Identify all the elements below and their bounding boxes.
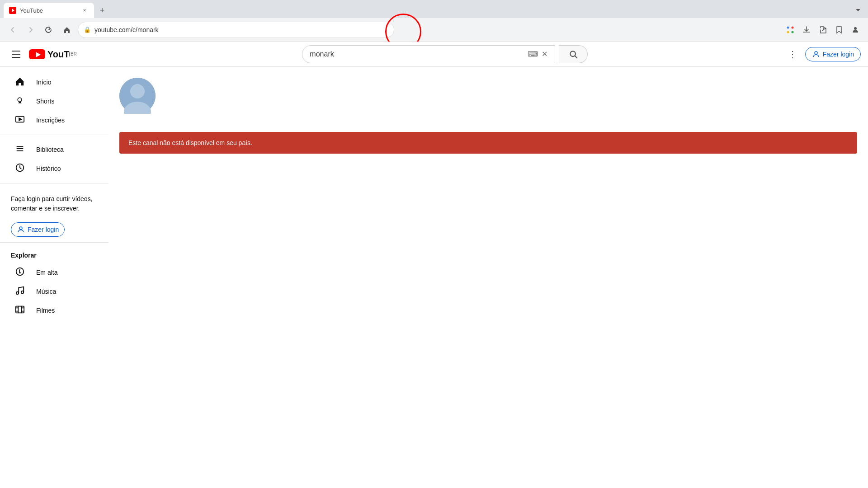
sign-in-label: Fazer login (823, 51, 854, 58)
history-icon (14, 163, 25, 175)
explore-section-title: Explorar (0, 248, 108, 263)
error-message-text: Este canal não está disponível em seu pa… (128, 139, 252, 146)
library-icon (14, 144, 25, 156)
url-text[interactable]: youtube.com/c/monark (94, 26, 388, 33)
home-button[interactable] (60, 23, 74, 37)
lock-icon: 🔒 (84, 26, 91, 33)
sidebar-label-filmes: Filmes (36, 307, 55, 314)
svg-point-3 (792, 26, 794, 28)
sidebar-item-filmes[interactable]: Filmes (4, 301, 105, 319)
forward-button[interactable] (24, 23, 38, 37)
youtube-logo[interactable]: YouTube BR (29, 47, 77, 61)
header-right-area: ⋮ Fazer login (783, 45, 861, 63)
search-submit-button[interactable] (559, 45, 588, 63)
search-area: ⌨ ✕ (114, 45, 776, 63)
youtube-sidebar: Início Shorts Inscrições (0, 67, 108, 488)
sidebar-item-inicio[interactable]: Início (4, 73, 105, 91)
download-button[interactable] (799, 23, 814, 37)
sidebar-divider-2 (0, 183, 108, 183)
sidebar-login-button[interactable]: Fazer login (11, 222, 65, 237)
sidebar-divider-1 (0, 135, 108, 135)
toolbar-icons-area (783, 23, 863, 37)
youtube-header: YouTube BR ⌨ ✕ ⋮ (0, 42, 868, 67)
bookmark-button[interactable] (832, 23, 846, 37)
share-button[interactable] (816, 23, 830, 37)
home-icon (14, 76, 25, 89)
sidebar-label-em-alta: Em alta (36, 269, 57, 276)
tab-title: YouTube (20, 7, 77, 14)
channel-error-banner: Este canal não está disponível em seu pa… (119, 132, 857, 154)
hamburger-line-3 (12, 57, 20, 58)
search-icon (569, 50, 578, 59)
search-input[interactable] (310, 50, 528, 58)
svg-point-5 (792, 31, 794, 33)
music-icon (14, 286, 25, 298)
browser-frame: YouTube × + 🔒 youtube.com/c/monark (0, 0, 868, 488)
refresh-button[interactable] (42, 23, 56, 37)
youtube-logo-svg: YouTube (29, 47, 70, 61)
hamburger-line-2 (12, 54, 20, 55)
sidebar-item-biblioteca[interactable]: Biblioteca (4, 141, 105, 159)
profile-button[interactable] (848, 23, 863, 37)
youtube-logo-area: YouTube BR (7, 45, 107, 63)
sidebar-item-em-alta[interactable]: Em alta (4, 263, 105, 282)
sidebar-item-musica[interactable]: Música (4, 282, 105, 300)
trending-icon (14, 267, 25, 279)
new-tab-button[interactable]: + (96, 4, 108, 17)
keyboard-icon[interactable]: ⌨ (528, 50, 538, 58)
svg-rect-21 (16, 306, 24, 313)
svg-point-18 (19, 272, 20, 273)
svg-point-4 (787, 31, 789, 33)
google-apps-button[interactable] (783, 23, 797, 37)
sidebar-label-inscricoes: Inscrições (36, 117, 65, 124)
subscriptions-icon (14, 114, 25, 127)
sidebar-label-shorts: Shorts (36, 98, 54, 105)
country-label: BR (71, 52, 77, 56)
svg-point-19 (16, 291, 19, 294)
svg-point-17 (16, 267, 24, 275)
sidebar-login-prompt: Faça login para curtir vídeos, comentar … (0, 189, 108, 219)
browser-tabs-bar: YouTube × + (0, 0, 868, 18)
sidebar-item-inscricoes[interactable]: Inscrições (4, 111, 105, 129)
channel-avatar (119, 78, 156, 114)
svg-point-16 (19, 227, 22, 230)
movies-icon (14, 305, 25, 317)
svg-point-2 (787, 26, 789, 28)
search-box[interactable]: ⌨ ✕ (302, 45, 555, 63)
svg-point-12 (815, 52, 817, 54)
sidebar-label-biblioteca: Biblioteca (36, 146, 64, 153)
svg-text:YouTube: YouTube (47, 49, 70, 59)
tab-close-button[interactable]: × (80, 6, 89, 14)
svg-point-29 (130, 84, 145, 99)
youtube-content: Este canal não está disponível em seu pa… (108, 67, 868, 488)
youtube-main: Início Shorts Inscrições (0, 67, 868, 488)
address-bar[interactable]: 🔒 youtube.com/c/monark (78, 22, 394, 38)
sidebar-login-person-icon (17, 225, 25, 234)
channel-avatar-svg (119, 78, 156, 114)
sidebar-login-btn-label: Fazer login (28, 226, 59, 233)
sidebar-item-shorts[interactable]: Shorts (4, 92, 105, 110)
sign-in-button[interactable]: Fazer login (805, 47, 861, 61)
sidebar-item-historico[interactable]: Histórico (4, 160, 105, 178)
svg-marker-14 (19, 118, 22, 121)
sign-in-person-icon (812, 50, 820, 58)
back-button[interactable] (5, 23, 20, 37)
svg-point-20 (21, 291, 24, 293)
svg-point-6 (854, 27, 857, 30)
hamburger-menu-button[interactable] (7, 45, 25, 63)
header-menu-button[interactable]: ⋮ (783, 45, 802, 63)
sidebar-label-musica: Música (36, 288, 56, 295)
channel-header (119, 78, 857, 121)
youtube-app: YouTube BR ⌨ ✕ ⋮ (0, 42, 868, 488)
active-tab[interactable]: YouTube × (4, 3, 94, 18)
sidebar-label-inicio: Início (36, 79, 51, 86)
svg-line-11 (575, 56, 577, 58)
login-prompt-text: Faça login para curtir vídeos, comentar … (11, 195, 93, 212)
sidebar-divider-3 (0, 242, 108, 243)
tab-favicon (9, 7, 16, 14)
address-bar-container: 🔒 youtube.com/c/monark (78, 22, 394, 38)
sidebar-label-historico: Histórico (36, 165, 61, 172)
tab-overflow-button[interactable] (852, 4, 864, 17)
search-clear-button[interactable]: ✕ (542, 50, 547, 58)
browser-toolbar: 🔒 youtube.com/c/monark (0, 18, 868, 42)
